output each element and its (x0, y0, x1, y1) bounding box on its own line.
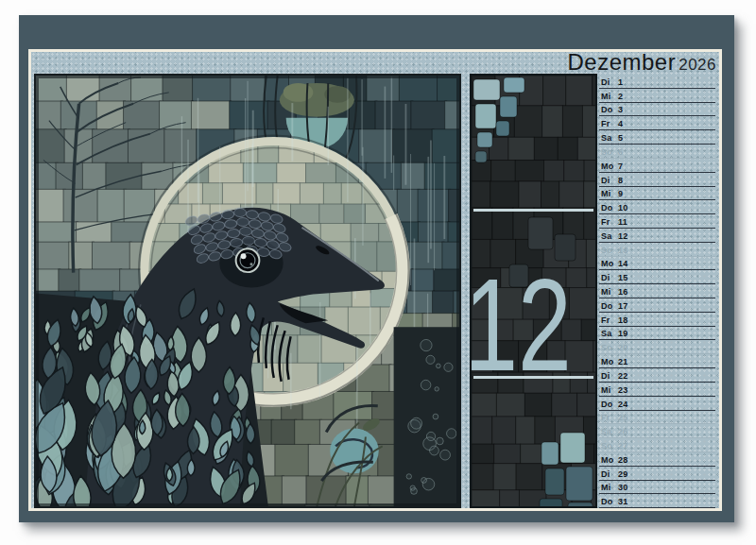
day-number: 1 (618, 77, 623, 87)
day-abbr: Mo (601, 357, 616, 366)
day-row: Mi23 (599, 383, 715, 397)
day-number: 21 (618, 357, 628, 366)
day-row: Do31 (599, 494, 715, 508)
day-abbr: Mi (601, 189, 616, 198)
day-number: 22 (618, 371, 628, 381)
day-row: Sa26 (599, 424, 715, 438)
day-abbr: So (601, 343, 616, 352)
day-row: Sa5 (599, 130, 715, 145)
month-number: 12 (472, 250, 572, 398)
day-number: 9 (618, 189, 623, 198)
raven-eye (235, 248, 260, 273)
month-title: Dezember2026 (567, 52, 716, 74)
day-abbr: Fr (601, 119, 616, 128)
day-number: 14 (618, 259, 628, 268)
raven-artwork (34, 74, 461, 508)
day-row: Fr25 (599, 411, 715, 425)
day-row: So20 (599, 340, 715, 354)
day-row: Di29 (599, 467, 715, 481)
day-row: Do3 (599, 103, 715, 117)
day-number: 27 (618, 441, 628, 451)
day-row: Fr4 (599, 116, 715, 130)
day-number: 5 (618, 133, 623, 143)
day-number: 13 (618, 246, 628, 255)
day-abbr: Sa (601, 329, 616, 338)
day-abbr: Do (601, 400, 616, 409)
month-number-art: 12 (472, 76, 595, 506)
day-abbr: Di (601, 469, 616, 479)
day-abbr: Sa (601, 231, 616, 241)
day-abbr: Di (601, 273, 616, 282)
month-number-panel: 12 (470, 74, 597, 508)
day-number: 30 (618, 483, 628, 492)
day-abbr: Fr (601, 315, 616, 325)
day-abbr: Mi (601, 287, 616, 297)
day-abbr: Fr (601, 217, 616, 227)
day-number: 17 (618, 301, 628, 311)
day-number: 25 (618, 413, 628, 422)
day-number: 8 (618, 176, 623, 185)
day-abbr: Di (601, 176, 616, 185)
day-number: 18 (618, 315, 628, 325)
day-row: Di8 (599, 173, 715, 187)
day-row: So6 (599, 145, 715, 159)
day-abbr: So (601, 246, 616, 255)
day-number: 12 (618, 231, 628, 241)
day-number: 23 (618, 385, 628, 395)
day-abbr: Mi (601, 385, 616, 395)
year-label: 2026 (679, 56, 716, 74)
day-row: Do24 (599, 397, 715, 411)
day-row: Di22 (599, 368, 715, 383)
day-abbr: Mi (601, 92, 616, 101)
day-abbr: Di (601, 371, 616, 381)
day-abbr: Sa (601, 133, 616, 143)
raven-illustration (36, 76, 459, 506)
card-mat: Dezember2026 (28, 49, 722, 511)
day-number: 3 (618, 105, 623, 114)
day-number: 28 (618, 455, 628, 465)
day-abbr: Di (601, 77, 616, 87)
day-row: Mi9 (599, 187, 715, 201)
day-row: Di15 (599, 270, 715, 284)
day-number: 26 (618, 427, 628, 436)
day-row: Di1 (599, 75, 715, 89)
day-abbr: Mi (601, 483, 616, 492)
day-abbr: Fr (601, 413, 616, 422)
day-abbr: Mo (601, 162, 616, 171)
day-number: 19 (618, 329, 628, 338)
day-abbr: Do (601, 105, 616, 114)
day-number: 29 (618, 469, 628, 479)
day-abbr: Mo (601, 455, 616, 465)
day-row: Mo14 (599, 257, 715, 271)
day-number: 10 (618, 203, 628, 213)
day-number: 15 (618, 273, 628, 282)
day-number: 24 (618, 400, 628, 409)
calendar-page: Dezember2026 (0, 0, 756, 545)
card-inner: Dezember2026 (31, 52, 719, 508)
day-row: Mo28 (599, 452, 715, 467)
panel-top-rule (473, 209, 593, 212)
day-row: So27 (599, 438, 715, 452)
day-list: Di1Mi2Do3Fr4Sa5So6Mo7Di8Mi9Do10Fr11Sa12S… (599, 75, 715, 508)
day-row: Do10 (599, 200, 715, 214)
day-row: Mi30 (599, 481, 715, 495)
day-row: Mi16 (599, 284, 715, 298)
day-row: Mo21 (599, 354, 715, 368)
day-abbr: Do (601, 497, 616, 506)
day-abbr: Mo (601, 259, 616, 268)
calendar-card: Dezember2026 (19, 15, 734, 522)
day-row: Do17 (599, 298, 715, 313)
day-abbr: So (601, 441, 616, 451)
day-number: 2 (618, 92, 623, 101)
day-abbr: Sa (601, 427, 616, 436)
day-number: 7 (618, 162, 623, 171)
day-number: 16 (618, 287, 628, 297)
day-number: 4 (618, 119, 623, 128)
day-number: 31 (618, 497, 628, 506)
day-abbr: Do (601, 203, 616, 213)
day-abbr: So (601, 147, 616, 157)
day-number: 6 (618, 147, 623, 157)
day-row: Sa12 (599, 229, 715, 243)
day-abbr: Do (601, 301, 616, 311)
day-row: Fr18 (599, 313, 715, 327)
